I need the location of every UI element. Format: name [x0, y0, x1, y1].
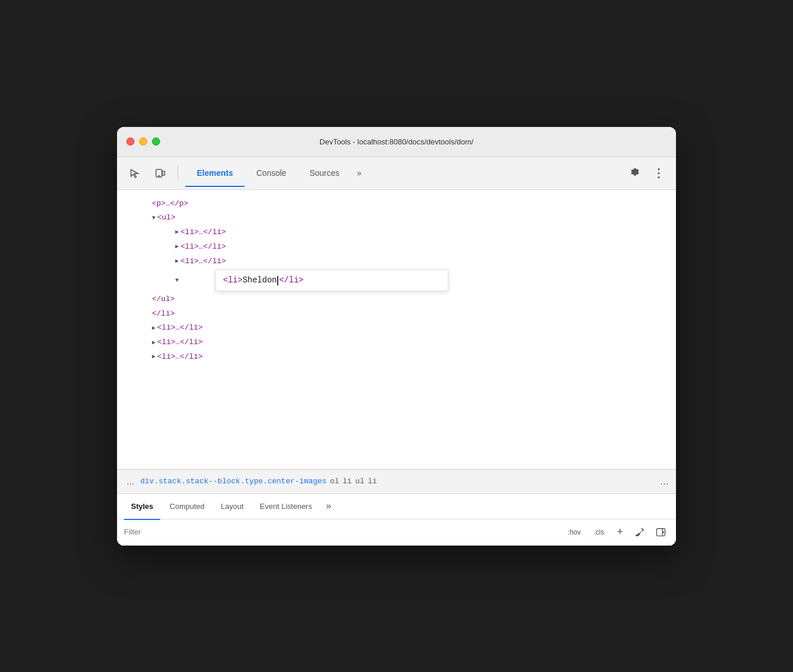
nav-tabs: Elements Console Sources » [185, 164, 620, 182]
filter-bar: :hov .cls + [117, 519, 676, 546]
triangle-icon: ▶ [175, 228, 179, 237]
svg-rect-1 [162, 171, 165, 175]
title-bar: DevTools - localhost:8080/docs/devtools/… [117, 127, 676, 157]
toolbar-right: ⋮ [625, 162, 669, 183]
triangle-icon: ▶ [152, 324, 155, 333]
add-style-button[interactable]: + [613, 524, 627, 540]
dom-inline-edit[interactable]: <li> Sheldon </li> [215, 270, 448, 291]
dom-tag-close: </li> [180, 337, 203, 349]
close-button[interactable] [126, 137, 134, 146]
tab-console[interactable]: Console [245, 164, 298, 182]
triangle-icon: ▶ [152, 352, 155, 362]
dom-tag-close: </li> [203, 227, 226, 239]
dom-line-editing[interactable]: ▼ <li> Sheldon </li> [117, 268, 676, 292]
device-button[interactable] [150, 162, 171, 183]
dom-line[interactable]: ▶ <li> … </li> [117, 321, 676, 335]
dom-text: … [199, 241, 203, 253]
breadcrumb-ellipsis[interactable]: … [124, 476, 137, 487]
breadcrumb-item-li2[interactable]: li [368, 477, 377, 486]
dom-line[interactable]: ▶ <li> … </li> [117, 254, 676, 269]
dom-line[interactable]: ▼ <ul> [117, 211, 676, 225]
dom-tag-close: </li> [203, 256, 226, 268]
triangle-icon: ▶ [175, 242, 179, 252]
tab-computed[interactable]: Computed [162, 498, 211, 514]
traffic-lights [126, 137, 160, 146]
breadcrumb-more-button[interactable]: … [660, 476, 669, 487]
dom-tag: <li> [157, 337, 175, 349]
styles-tabs: Styles Computed Layout Event Listeners » [117, 494, 676, 519]
svg-point-3 [636, 534, 638, 536]
dom-text: … [199, 256, 203, 268]
dom-line[interactable]: </li> [117, 307, 676, 321]
dom-text: … [165, 198, 170, 210]
dom-tag-close: </li> [180, 322, 203, 334]
dom-tag-close: </li> [180, 351, 203, 363]
tab-event-listeners[interactable]: Event Listeners [253, 498, 319, 514]
dom-tag: <li> [157, 322, 175, 334]
dom-tag: <ul> [157, 212, 175, 224]
svg-rect-4 [657, 528, 665, 536]
dom-line[interactable]: ▶ <li> … </li> [117, 350, 676, 365]
dom-text: … [199, 227, 203, 239]
breadcrumb-bar: … div.stack.stack--block.type.center-ima… [117, 469, 676, 494]
dom-tag-close: </li> [203, 241, 226, 253]
dom-tag: <li> [180, 241, 199, 253]
dom-line[interactable]: ▶ <li> … </li> [117, 335, 676, 350]
triangle-icon: ▶ [152, 338, 155, 348]
dom-panel: <p> … </p> ▼ <ul> ▶ <li> … </li> ▶ <li> … [117, 190, 676, 469]
tab-styles[interactable]: Styles [124, 498, 160, 514]
edit-close-tag: </li> [279, 274, 303, 287]
maximize-button[interactable] [152, 137, 160, 146]
dom-line[interactable]: </ul> [117, 292, 676, 307]
cls-button[interactable]: .cls [589, 526, 608, 538]
dom-tag: <li> [180, 227, 199, 239]
dom-line[interactable]: ▶ <li> … </li> [117, 225, 676, 240]
tab-sources[interactable]: Sources [298, 164, 351, 182]
triangle-icon: ▼ [175, 276, 179, 285]
dom-tag: </ul> [152, 293, 175, 306]
toolbar: Elements Console Sources » ⋮ [117, 157, 676, 190]
dom-line[interactable]: ▶ <li> … </li> [117, 240, 676, 254]
inspect-button[interactable] [124, 162, 145, 183]
paint-button[interactable] [632, 524, 648, 540]
devtools-window: DevTools - localhost:8080/docs/devtools/… [117, 127, 676, 546]
tab-elements[interactable]: Elements [185, 164, 245, 182]
hov-button[interactable]: :hov [564, 526, 585, 538]
dom-text: … [175, 322, 180, 334]
breadcrumb-item-ul[interactable]: ul [355, 477, 364, 486]
dom-text: … [175, 351, 180, 363]
settings-button[interactable] [625, 162, 646, 183]
styles-more-tabs[interactable]: » [321, 497, 336, 515]
dom-tag-close: </p> [170, 198, 188, 210]
dom-tag: <li> [157, 351, 175, 363]
styles-panel: Styles Computed Layout Event Listeners »… [117, 494, 676, 546]
triangle-icon: ▶ [175, 257, 179, 266]
edit-cursor [277, 276, 278, 285]
dom-line[interactable]: <p> … </p> [117, 197, 676, 211]
minimize-button[interactable] [139, 137, 147, 146]
edit-open-tag: <li> [223, 274, 243, 287]
toolbar-divider [178, 165, 178, 181]
dom-tag: </li> [152, 308, 175, 320]
window-title: DevTools - localhost:8080/docs/devtools/… [320, 137, 473, 146]
breadcrumb-item-main[interactable]: div.stack.stack--block.type.center-image… [140, 477, 327, 486]
tab-layout[interactable]: Layout [214, 498, 250, 514]
dom-tag: <li> [180, 256, 199, 268]
edit-text: Sheldon [243, 274, 277, 287]
tab-more-button[interactable]: » [351, 164, 367, 182]
triangle-icon: ▼ [152, 214, 155, 223]
dom-text: … [175, 337, 180, 349]
breadcrumb-item-ol[interactable]: ol [330, 477, 339, 486]
dom-tag: <p> [152, 198, 165, 210]
breadcrumb-item-li1[interactable]: li [342, 477, 352, 486]
toggle-sidebar-button[interactable] [653, 524, 669, 540]
filter-input[interactable] [124, 528, 559, 536]
more-options-button[interactable]: ⋮ [648, 162, 669, 183]
